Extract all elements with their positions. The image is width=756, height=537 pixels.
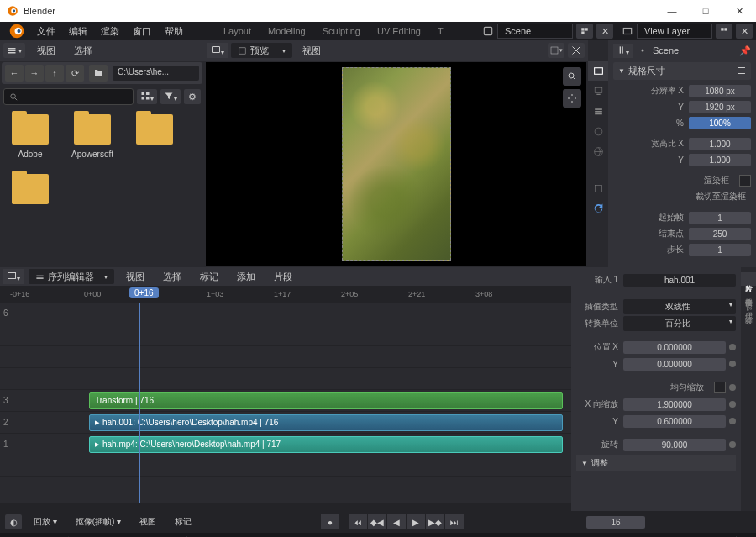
keyframe-next-button[interactable]: ▶◆: [426, 514, 444, 529]
step-field[interactable]: 1: [689, 244, 751, 256]
fb-menu-select[interactable]: 选择: [67, 42, 99, 60]
capture-menu[interactable]: 抠像(插帧) ▾: [69, 513, 128, 530]
pan-tool-button[interactable]: [563, 89, 581, 108]
props-editor-dropdown[interactable]: ▾: [613, 44, 633, 58]
panel-dimensions-header[interactable]: ▼ 规格尺寸 ☰: [613, 62, 751, 80]
keyframe-dot[interactable]: [729, 344, 736, 350]
prop-tab-object[interactable]: [588, 178, 608, 198]
timeline-scrollbar[interactable]: [0, 503, 571, 511]
jump-end-button[interactable]: ⏭: [445, 514, 464, 529]
seq-menu-marker[interactable]: 标记: [193, 268, 225, 286]
side-tab-modifiers[interactable]: 修改器安全: [741, 286, 756, 299]
preview-editor-dropdown[interactable]: ▾: [207, 43, 228, 58]
keyframe-dot[interactable]: [729, 384, 736, 391]
prop-tab-world[interactable]: [588, 141, 608, 161]
viewlayer-browse-button[interactable]: [716, 24, 732, 39]
res-x-field[interactable]: 1080 px: [689, 85, 751, 97]
viewlayer-selector[interactable]: View Layer: [637, 24, 712, 39]
playbar-view-menu[interactable]: 视图: [133, 513, 163, 530]
fb-menu-view[interactable]: 视图: [30, 42, 62, 60]
seq-menu-add[interactable]: 添加: [230, 268, 262, 286]
res-y-field[interactable]: 1920 px: [689, 101, 751, 113]
scene-selector[interactable]: Scene: [497, 24, 573, 39]
uniform-checkbox[interactable]: [714, 382, 726, 393]
preview-overlay-button[interactable]: [568, 43, 585, 58]
keyframe-dot[interactable]: [729, 361, 736, 367]
folder-item[interactable]: Adobe: [7, 114, 54, 159]
unit-dropdown[interactable]: 百分比 ▾: [623, 316, 736, 331]
filebrowser-editor-dropdown[interactable]: ▾: [3, 43, 25, 58]
folder-item[interactable]: [131, 114, 178, 159]
scene-delete-button[interactable]: ✕: [596, 24, 613, 39]
filter-dropdown[interactable]: ▾: [160, 89, 181, 104]
start-field[interactable]: 1: [689, 212, 751, 224]
tab-texture[interactable]: T: [429, 24, 452, 39]
play-reverse-button[interactable]: ◀: [387, 514, 406, 529]
playhead[interactable]: [139, 303, 140, 503]
nav-newfolder-button[interactable]: [89, 65, 108, 82]
current-frame-field[interactable]: 16: [586, 516, 645, 529]
playhead-label[interactable]: 0+16: [129, 287, 159, 298]
menu-help[interactable]: 帮助: [158, 23, 190, 40]
aspect-y-field[interactable]: 1.000: [689, 154, 751, 166]
seq-menu-strip[interactable]: 片段: [267, 268, 299, 286]
rot-field[interactable]: 90.000: [623, 439, 726, 451]
playbar-marker-menu[interactable]: 标记: [168, 513, 198, 530]
strip-transform[interactable]: Transform | 716: [89, 392, 563, 409]
pin-icon[interactable]: 📌: [739, 45, 751, 56]
settings-icon[interactable]: ⚙: [184, 89, 201, 104]
jump-start-button[interactable]: ⏮: [349, 514, 367, 529]
preview-image[interactable]: [342, 67, 451, 261]
preview-menu-view[interactable]: 视图: [296, 42, 328, 60]
aspect-x-field[interactable]: 1.000: [689, 138, 751, 150]
maximize-button[interactable]: □: [689, 0, 722, 22]
nav-back-button[interactable]: ←: [5, 65, 24, 82]
keyframe-prev-button[interactable]: ◆◀: [368, 514, 386, 529]
strip-video-2[interactable]: ▶hah.mp4: C:\Users\hero\Desktop\hah.mp4 …: [89, 436, 563, 453]
menu-file[interactable]: 文件: [30, 23, 62, 40]
playback-sync-button[interactable]: ◐: [5, 514, 22, 529]
play-button[interactable]: ▶: [407, 514, 425, 529]
tab-modeling[interactable]: Modeling: [260, 24, 314, 39]
posy-field[interactable]: 0.000000: [623, 358, 726, 371]
tab-sculpting[interactable]: Sculpting: [314, 24, 369, 39]
close-button[interactable]: ✕: [722, 0, 756, 22]
menu-edit[interactable]: 编辑: [62, 23, 94, 40]
prop-tab-render[interactable]: [588, 61, 608, 81]
keyframe-dot[interactable]: [729, 418, 736, 424]
prop-tab-scene[interactable]: [588, 121, 608, 141]
scaley-field[interactable]: 0.600000: [623, 415, 726, 428]
scene-browse-button[interactable]: [576, 24, 593, 39]
tab-layout[interactable]: Layout: [215, 24, 260, 39]
res-pct-field[interactable]: 100%: [689, 117, 751, 129]
preview-channels-button[interactable]: ▾: [548, 43, 564, 58]
display-mode-dropdown[interactable]: ▾: [137, 89, 157, 104]
path-field[interactable]: C:\Users\he...: [113, 66, 199, 81]
seq-menu-select[interactable]: 选择: [156, 268, 188, 286]
prop-tab-modifier[interactable]: [588, 198, 608, 218]
nav-forward-button[interactable]: →: [25, 65, 44, 82]
interp-dropdown[interactable]: 双线性 ▾: [623, 299, 736, 314]
seq-mode-dropdown[interactable]: 序列编辑器▾: [29, 269, 114, 284]
adjust-panel-header[interactable]: ▼调整: [576, 455, 736, 471]
nav-refresh-button[interactable]: ⟳: [66, 65, 84, 82]
border-checkbox[interactable]: [739, 175, 751, 187]
seq-editor-dropdown[interactable]: ▾: [3, 269, 24, 284]
seq-menu-view[interactable]: 视图: [119, 268, 151, 286]
minimize-button[interactable]: —: [655, 0, 689, 22]
side-tab-strip[interactable]: 片段: [741, 272, 756, 286]
end-field[interactable]: 250: [689, 228, 751, 240]
search-input[interactable]: [3, 88, 134, 105]
tab-uv[interactable]: UV Editing: [369, 24, 429, 39]
prop-tab-output[interactable]: [588, 81, 608, 101]
keyframe-dot[interactable]: [729, 401, 736, 408]
menu-render[interactable]: 渲染: [94, 23, 126, 40]
zoom-tool-button[interactable]: [563, 67, 581, 86]
side-tab-proxy[interactable]: 代理&缓存: [741, 299, 756, 318]
timeline-ruler[interactable]: -0+16 0+00 0+16 1+03 1+17 2+05 2+21 3+08…: [0, 286, 571, 303]
preview-mode-dropdown[interactable]: 预览▾: [231, 43, 292, 58]
scalex-field[interactable]: 1.900000: [623, 398, 726, 411]
input1-field[interactable]: hah.001: [623, 274, 736, 287]
nav-up-button[interactable]: ↑: [45, 65, 64, 82]
viewlayer-delete-button[interactable]: ✕: [736, 24, 753, 39]
